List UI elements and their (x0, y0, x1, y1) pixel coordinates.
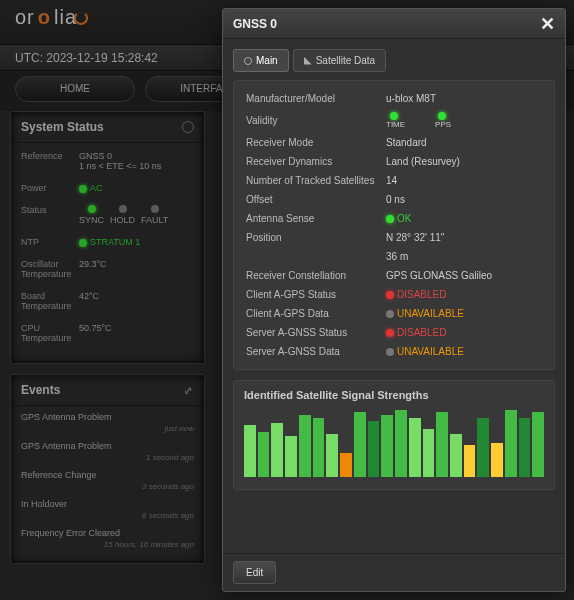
tab-main-label: Main (256, 55, 278, 66)
modal-title: GNSS 0 (233, 17, 277, 31)
lbl-position: Position (246, 232, 386, 243)
tab-sat-label: Satellite Data (316, 55, 375, 66)
lbl-sagnsss: Server A-GNSS Status (246, 327, 386, 338)
val-offset: 0 ns (386, 194, 542, 205)
lbl-rmode: Receiver Mode (246, 137, 386, 148)
val-rdyn: Land (Resurvey) (386, 156, 542, 167)
lbl-nsat: Number of Tracked Satellites (246, 175, 386, 186)
edit-button[interactable]: Edit (233, 561, 276, 584)
lbl-offset: Offset (246, 194, 386, 205)
signal-bar (532, 412, 544, 477)
lbl-cagpsd: Client A-GPS Data (246, 308, 386, 319)
lbl-sagnssd: Server A-GNSS Data (246, 346, 386, 357)
signal-bar (313, 418, 325, 477)
val-manufacturer: u-blox M8T (386, 93, 542, 104)
val-antenna: OK (397, 213, 411, 224)
sig-title: Identified Satellite Signal Strengths (244, 389, 544, 401)
val-position2: 36 m (386, 251, 542, 262)
signal-bar (423, 429, 435, 477)
val-rmode: Standard (386, 137, 542, 148)
signal-bar (395, 410, 407, 477)
signal-bar (381, 415, 393, 477)
signal-bar (258, 432, 270, 477)
validity-time: TIME (386, 120, 405, 129)
lbl-antenna: Antenna Sense (246, 213, 386, 224)
signal-bar (244, 425, 256, 477)
signal-bar (326, 434, 338, 477)
lbl-manufacturer: Manufacturer/Model (246, 93, 386, 104)
val-sagnssd: UNAVAILABLE (397, 346, 464, 357)
val-position: N 28° 32' 11" (386, 232, 542, 243)
signal-bar (340, 453, 352, 477)
validity-time-icon (390, 112, 398, 120)
lbl-cagpss: Client A-GPS Status (246, 289, 386, 300)
val-cagpsd: UNAVAILABLE (397, 308, 464, 319)
signal-bars-chart (244, 407, 544, 477)
val-sagnsss: DISABLED (397, 327, 446, 338)
signal-bar (285, 436, 297, 477)
signal-bar (271, 423, 283, 477)
signal-strength-panel: Identified Satellite Signal Strengths (233, 380, 555, 490)
validity-pps: PPS (435, 120, 451, 129)
signal-bar (505, 410, 517, 477)
signal-bar (450, 434, 462, 477)
signal-bar (491, 443, 503, 477)
cagpss-dot-icon (386, 291, 394, 299)
signal-bar (519, 418, 531, 477)
val-const: GPS GLONASS Galileo (386, 270, 542, 281)
signal-bar (436, 412, 448, 477)
gnss-modal: GNSS 0 ✕ Main Satellite Data Manufacture… (222, 8, 566, 592)
tab-main[interactable]: Main (233, 49, 289, 72)
signal-bar (368, 421, 380, 477)
info-panel: Manufacturer/Modelu-blox M8T Validity TI… (233, 80, 555, 370)
signal-icon (304, 57, 312, 65)
cagpsd-dot-icon (386, 310, 394, 318)
sagnsss-dot-icon (386, 329, 394, 337)
signal-bar (354, 412, 366, 477)
val-nsat: 14 (386, 175, 542, 186)
tab-satellite-data[interactable]: Satellite Data (293, 49, 386, 72)
signal-bar (477, 418, 489, 477)
validity-pps-icon (438, 112, 446, 120)
close-icon[interactable]: ✕ (540, 13, 555, 35)
lbl-const: Receiver Constellation (246, 270, 386, 281)
lbl-validity: Validity (246, 115, 386, 126)
signal-bar (409, 418, 421, 477)
info-circle-icon (244, 57, 252, 65)
val-cagpss: DISABLED (397, 289, 446, 300)
sagnssd-dot-icon (386, 348, 394, 356)
signal-bar (464, 445, 476, 477)
lbl-rdyn: Receiver Dynamics (246, 156, 386, 167)
antenna-dot-icon (386, 215, 394, 223)
signal-bar (299, 415, 311, 477)
